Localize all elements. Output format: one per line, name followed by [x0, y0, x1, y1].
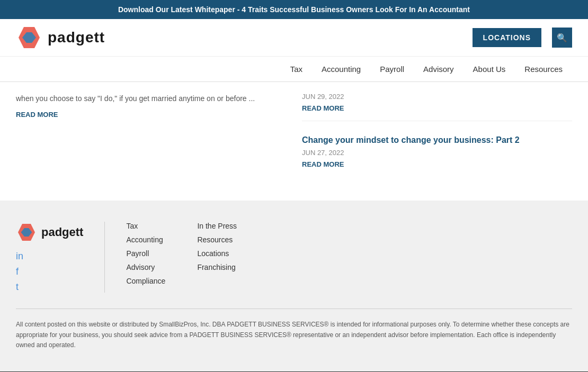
nav-item-accounting[interactable]: Accounting [312, 57, 370, 81]
nav-item-payroll[interactable]: Payroll [370, 57, 414, 81]
footer-link-franchising[interactable]: Franchising [197, 263, 237, 271]
header: padgett LOCATIONS 🔍 [0, 19, 588, 57]
article-date-0: JUN 27, 2022 [302, 149, 572, 157]
footer-nav-col-1: Tax Accounting Payroll Advisory Complian… [126, 222, 165, 285]
article-card-top: JUN 29, 2022 READ MORE [302, 93, 572, 121]
footer-disclaimer: All content posted on this website or di… [16, 309, 572, 350]
footer-nav: Tax Accounting Payroll Advisory Complian… [126, 222, 237, 285]
footer-top: padgett in f t Tax Accounting Payroll Ad… [16, 222, 572, 293]
search-icon: 🔍 [557, 33, 567, 43]
social-icons: in f t [16, 251, 23, 293]
footer-logo-text: padgett [41, 225, 83, 239]
linkedin-icon[interactable]: in [16, 251, 23, 262]
main-nav: Tax Accounting Payroll Advisory About Us… [0, 57, 588, 82]
footer-link-tax[interactable]: Tax [126, 222, 165, 230]
footer-link-advisory[interactable]: Advisory [126, 263, 165, 271]
padgett-logo-icon [16, 24, 42, 51]
banner-text: Download Our Latest Whitepaper - 4 Trait… [118, 5, 470, 14]
footer-link-accounting[interactable]: Accounting [126, 235, 165, 244]
nav-item-about-us[interactable]: About Us [464, 57, 515, 81]
footer-link-locations[interactable]: Locations [197, 249, 237, 258]
main-content: when you choose to say "I do," if you ge… [0, 82, 588, 201]
article-title-0[interactable]: Change your mindset to change your busin… [302, 134, 572, 146]
article-date-top: JUN 29, 2022 [302, 93, 572, 101]
logo-text: padgett [48, 29, 105, 46]
disclaimer-text: All content posted on this website or di… [16, 321, 569, 348]
article-left: when you choose to say "I do," if you ge… [16, 93, 286, 190]
logo-area: padgett [16, 24, 105, 51]
search-button[interactable]: 🔍 [552, 28, 572, 48]
footer-link-compliance[interactable]: Compliance [126, 277, 165, 285]
footer-divider [104, 222, 105, 293]
facebook-icon[interactable]: f [16, 266, 23, 277]
nav-item-advisory[interactable]: Advisory [414, 57, 464, 81]
articles-row: when you choose to say "I do," if you ge… [16, 93, 572, 190]
left-read-more[interactable]: READ MORE [16, 111, 58, 119]
footer-link-payroll[interactable]: Payroll [126, 249, 165, 258]
footer: padgett in f t Tax Accounting Payroll Ad… [0, 201, 588, 371]
top-right-read-more[interactable]: READ MORE [302, 104, 344, 112]
article-read-more-0[interactable]: READ MORE [302, 160, 344, 168]
article-card-0: Change your mindset to change your busin… [302, 134, 572, 177]
footer-logo: padgett [16, 222, 83, 243]
nav-item-tax[interactable]: Tax [281, 57, 312, 81]
footer-logo-area: padgett in f t [16, 222, 83, 293]
nav-item-resources[interactable]: Resources [515, 57, 572, 81]
footer-link-resources[interactable]: Resources [197, 235, 237, 244]
article-right: JUN 29, 2022 READ MORE Change your minds… [302, 93, 572, 190]
twitter-icon[interactable]: t [16, 282, 23, 293]
top-banner[interactable]: Download Our Latest Whitepaper - 4 Trait… [0, 0, 588, 19]
left-article-excerpt: when you choose to say "I do," if you ge… [16, 93, 286, 104]
locations-button[interactable]: LOCATIONS [473, 28, 541, 47]
footer-logo-icon [16, 222, 37, 243]
footer-link-press[interactable]: In the Press [197, 222, 237, 230]
header-right: LOCATIONS 🔍 [473, 28, 572, 48]
footer-nav-col-2: In the Press Resources Locations Franchi… [197, 222, 237, 285]
